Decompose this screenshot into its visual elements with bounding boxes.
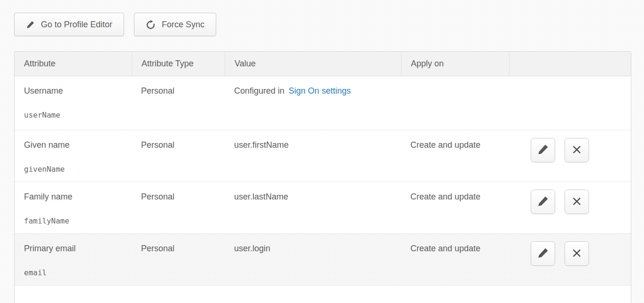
pencil-icon: [537, 247, 549, 261]
table-row-family-name: Family name familyName Personal user.las…: [15, 182, 631, 233]
attribute-label: Primary email: [24, 243, 122, 254]
value-cell: user.lastName: [225, 182, 401, 233]
attribute-cell: Given name givenName: [15, 130, 132, 182]
pencil-icon: [537, 144, 549, 157]
header-attribute-type: Attribute Type: [132, 52, 225, 76]
actions-cell: [509, 130, 631, 182]
attribute-type-cell: Personal: [132, 130, 225, 182]
toolbar: Go to Profile Editor Force Sync: [0, 0, 644, 36]
header-actions: [509, 52, 631, 76]
attribute-cell: Username userName: [15, 76, 132, 130]
attribute-label: Family name: [24, 191, 122, 202]
actions-cell: [509, 234, 631, 285]
x-icon: [571, 144, 582, 157]
pencil-icon: [26, 20, 35, 29]
table-row-partial: [15, 285, 631, 303]
edit-attribute-button[interactable]: [531, 241, 555, 266]
go-to-profile-editor-label: Go to Profile Editor: [41, 20, 112, 30]
edit-attribute-button[interactable]: [531, 138, 555, 162]
attribute-cell: Primary email email: [15, 234, 132, 285]
actions-cell: [509, 182, 631, 233]
attribute-type-cell: Personal: [132, 234, 225, 285]
sign-on-settings-link[interactable]: Sign On settings: [289, 86, 351, 96]
attribute-mappings-page: { "toolbar": { "profile_editor_label": "…: [0, 0, 644, 303]
go-to-profile-editor-button[interactable]: Go to Profile Editor: [14, 13, 124, 36]
value-prefix: Configured in: [234, 86, 284, 96]
delete-attribute-button[interactable]: [565, 190, 589, 214]
delete-attribute-button[interactable]: [565, 241, 589, 266]
delete-attribute-button[interactable]: [565, 138, 589, 162]
attribute-code: givenName: [24, 164, 122, 175]
header-apply-on: Apply on: [401, 52, 509, 76]
apply-on-cell: [401, 76, 509, 130]
pencil-icon: [537, 195, 549, 209]
x-icon: [571, 247, 582, 260]
value-cell: Configured in Sign On settings: [225, 76, 401, 130]
apply-on-cell: Create and update: [401, 234, 509, 285]
apply-on-cell: Create and update: [401, 130, 509, 182]
x-icon: [571, 196, 582, 208]
attribute-label: Username: [24, 85, 122, 96]
actions-cell: [509, 76, 631, 130]
apply-on-cell: Create and update: [401, 182, 509, 233]
table-row-primary-email: Primary email email Personal user.login …: [15, 233, 631, 285]
attribute-mappings-table: Attribute Attribute Type Value Apply on …: [14, 51, 631, 303]
table-row-given-name: Given name givenName Personal user.first…: [15, 130, 631, 182]
table-row-username: Username userName Personal Configured in…: [15, 76, 631, 130]
table-header-row: Attribute Attribute Type Value Apply on: [15, 52, 631, 76]
value-cell: user.login: [225, 234, 401, 285]
attribute-type-cell: Personal: [132, 182, 225, 233]
edit-attribute-button[interactable]: [531, 190, 555, 214]
attribute-code: familyName: [24, 215, 122, 227]
value-cell: user.firstName: [225, 130, 401, 182]
attribute-code: userName: [24, 110, 122, 121]
refresh-icon: [146, 20, 156, 30]
header-value: Value: [225, 52, 401, 76]
attribute-code: email: [24, 267, 122, 279]
header-attribute: Attribute: [15, 52, 132, 76]
attribute-label: Given name: [24, 139, 122, 151]
attribute-type-cell: Personal: [132, 76, 225, 130]
force-sync-label: Force Sync: [162, 20, 204, 30]
force-sync-button[interactable]: Force Sync: [134, 13, 216, 36]
attribute-cell: Family name familyName: [15, 182, 132, 233]
